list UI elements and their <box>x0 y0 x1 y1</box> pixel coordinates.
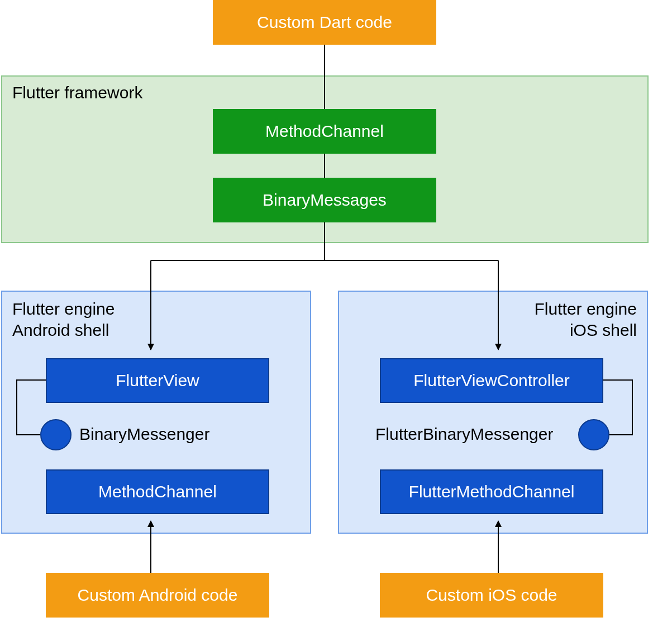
android-title-line2: Android shell <box>12 321 109 339</box>
custom-ios-code-box: Custom iOS code <box>380 573 603 618</box>
ios-title-line1: Flutter engine <box>535 300 637 318</box>
android-shell-title: Flutter engine Android shell <box>12 298 115 340</box>
android-flutter-view-box: FlutterView <box>46 358 269 403</box>
ios-title-line2: iOS shell <box>570 321 637 339</box>
flutter-framework-title: Flutter framework <box>12 83 142 102</box>
method-channel-box: MethodChannel <box>213 109 436 154</box>
android-method-channel-box: MethodChannel <box>46 469 269 514</box>
ios-method-channel-box: FlutterMethodChannel <box>380 469 603 514</box>
ios-binary-messenger-label: FlutterBinaryMessenger <box>375 425 553 444</box>
ios-flutter-view-controller-box: FlutterViewController <box>380 358 603 403</box>
ios-binary-messenger-circle <box>578 419 609 450</box>
android-title-line1: Flutter engine <box>12 300 115 318</box>
android-binary-messenger-label: BinaryMessenger <box>79 425 209 444</box>
ios-shell-title: Flutter engine iOS shell <box>535 298 637 340</box>
binary-messages-box: BinaryMessages <box>213 178 436 222</box>
android-binary-messenger-circle <box>40 419 72 450</box>
custom-dart-code-box: Custom Dart code <box>213 0 436 45</box>
custom-android-code-box: Custom Android code <box>46 573 269 618</box>
